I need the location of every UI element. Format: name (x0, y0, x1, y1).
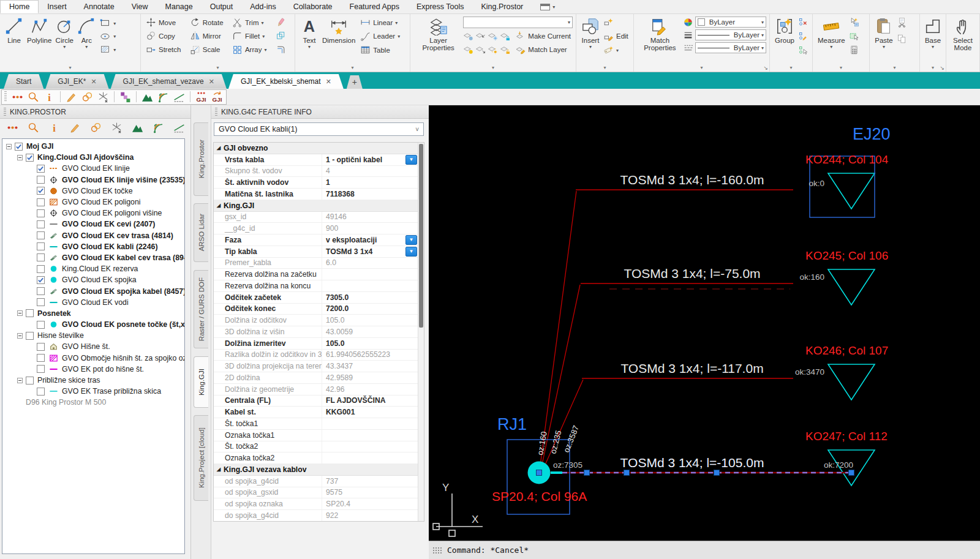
tree-item-pribli-ne-skice-tras[interactable]: Približne skice tras (2, 375, 184, 386)
tree-item-gvo-cloud-ek-spojka-kabel-8457[interactable]: GVO Cloud EK spojka kabel (8457) (2, 285, 184, 296)
side-tab-raster-gurs-dof[interactable]: Raster / GURS DOF (194, 270, 208, 348)
array-button[interactable]: Array▾ (230, 43, 273, 56)
gji-points-button[interactable]: GJI (195, 91, 208, 103)
tree-checkbox-unchecked[interactable] (37, 198, 45, 206)
survey-button[interactable] (97, 91, 110, 103)
property-row-razlika-dol-in-iz-od-itkov-in-3d[interactable]: Razlika dolžin iz odčitkov in 3D 61.9940… (214, 350, 418, 361)
property-group-king-gji[interactable]: ◢King.GJI (214, 200, 418, 212)
tree-checkbox-unchecked[interactable] (26, 377, 34, 385)
property-group-king-gji-vezava-kablov[interactable]: ◢King.GJI vezava kablov (214, 464, 418, 476)
property-row-faza[interactable]: Faza v eksploataciji ▼ (214, 234, 418, 246)
copyclip-button[interactable] (895, 33, 909, 45)
property-value[interactable]: v eksploataciji ▼ (322, 234, 418, 246)
property-row-od-itek-konec[interactable]: Odčitek konec 7200.0 (214, 304, 418, 315)
slope-button[interactable] (173, 121, 186, 134)
menu-tab-collaborate[interactable]: Collaborate (285, 0, 341, 13)
tree-item-gvo-ek-trase-pribli-na-skica[interactable]: GVO EK Trase približna skica (2, 386, 184, 397)
side-tab-king-prostor[interactable]: King.Prostor (194, 122, 208, 196)
tree-item-gvo-cloud-ek-to-ke[interactable]: GVO Cloud EK točke (2, 186, 184, 197)
menu-tab-annotate[interactable]: Annotate (75, 0, 123, 13)
menu-tab-insert[interactable]: Insert (39, 0, 75, 13)
pencil-button[interactable] (69, 121, 81, 134)
node-label-3[interactable]: KO247; Col 112 (805, 430, 888, 443)
tree-item-hisne-tevilke[interactable]: Hisne številke (2, 330, 184, 341)
property-value[interactable]: 1 - optični kabel ▼ (322, 154, 418, 165)
info-button[interactable]: i (43, 91, 56, 103)
property-row-tip-kabla[interactable]: Tip kabla TOSMd 3 1x4 ▼ (214, 246, 418, 258)
node-triangle-1[interactable] (828, 269, 875, 305)
cable-label-3[interactable]: TOSMd 3 1x4; l=-105.0m (620, 456, 764, 470)
arc-button[interactable]: Arc▾ (75, 16, 97, 50)
tree-expander[interactable] (6, 144, 12, 149)
fillet-button[interactable]: Fillet▾ (230, 29, 273, 42)
cube-button[interactable] (274, 29, 292, 42)
property-row-dol-ina-izmeritev[interactable]: Dolžina izmeritev 105.0 (214, 338, 418, 350)
measure-button[interactable]: Measure▾ (816, 16, 847, 50)
tree-item-gvo-ek-pot-do-hi-ne-t[interactable]: GVO EK pot do hišne št. (2, 364, 184, 375)
tree-item-gvo-cloud-ek-linije[interactable]: GVO Cloud EK linije (2, 163, 184, 174)
trim-button[interactable]: Trim▾ (230, 16, 273, 29)
tree-item-gvo-cloud-ek-posnete-to-ke-t-x-y[interactable]: GVO Cloud EK posnete točke (št,x,y (2, 319, 184, 330)
property-group-gji-obvezno[interactable]: ◢GJI obvezno (214, 143, 418, 154)
tree-item-gvo-cloud-ek-vodi[interactable]: GVO Cloud EK vodi (2, 297, 184, 308)
property-row-vrsta-kabla[interactable]: Vrsta kabla 1 - optični kabel ▼ (214, 154, 418, 166)
tree-checkbox-unchecked[interactable] (37, 354, 45, 362)
property-row-dol-ina-iz-od-itkov[interactable]: Dolžina iz odčitkov 105.0 (214, 315, 418, 326)
layer-freeze-button[interactable] (488, 31, 498, 41)
linear-button[interactable]: Linear▾ (358, 17, 402, 28)
signal-button[interactable] (157, 91, 170, 103)
tree-checkbox-unchecked[interactable] (37, 287, 45, 295)
mirror-button[interactable]: Mirror (188, 29, 229, 42)
ribbon-toggle-button[interactable]: ▾ (537, 0, 559, 13)
base-button[interactable]: Base▾ (922, 16, 944, 50)
toolbar-grip-icon[interactable] (4, 91, 7, 102)
quickcalc-button[interactable] (847, 44, 861, 56)
circle-button[interactable]: Circle▾ (53, 16, 75, 50)
tree-checkbox-unchecked[interactable] (37, 242, 45, 250)
hatch-button[interactable]: ▾ (97, 43, 118, 56)
node-triangle-2[interactable] (828, 364, 875, 400)
tree-item-gvo-obmo-je-hi-nih-t-za-spojko-oz[interactable]: GVO Območje hišnih št. za spojko oz. (2, 353, 184, 364)
tree-checkbox-checked[interactable] (37, 276, 45, 284)
menu-tab-express-tools[interactable]: Express Tools (408, 0, 473, 13)
survey-button[interactable] (110, 121, 123, 134)
property-row-od-itek-za-etek[interactable]: Odčitek začetek 7305.0 (214, 292, 418, 304)
groupedit-button[interactable] (796, 31, 810, 42)
property-row-t-to-ka2[interactable]: Št. točka2 (214, 441, 418, 453)
panel-expand-button[interactable]: ▾ (634, 64, 769, 72)
tree-checkbox-unchecked[interactable] (26, 332, 34, 340)
panel-expand-button[interactable]: ▾ (410, 64, 576, 72)
property-value[interactable]: TOSMd 3 1x4 ▼ (322, 246, 418, 257)
panel-expand-button[interactable]: ▾ (813, 64, 869, 72)
tree-checkbox-unchecked[interactable] (26, 309, 34, 317)
attach-button[interactable] (89, 121, 102, 134)
cable-label-0[interactable]: TOSMd 3 1x4; l=-160.0m (620, 173, 764, 187)
layer-isolate-button[interactable] (475, 31, 486, 41)
rotate-button[interactable]: Rotate (188, 16, 229, 29)
panel-expand-button[interactable]: ▾ (770, 64, 812, 72)
layer-filter-combobox[interactable]: ▾ (463, 17, 573, 28)
property-row-t-aktivnih-vodov[interactable]: Št. aktivnih vodov 1 (214, 177, 418, 189)
menu-tab-manage[interactable]: Manage (157, 0, 202, 13)
side-tab-king-gji[interactable]: King.GJI (194, 356, 208, 408)
tree-checkbox-unchecked[interactable] (37, 209, 45, 217)
layer-properties-button[interactable]: Layer Properties (413, 16, 463, 53)
tree-checkbox-unchecked[interactable] (37, 343, 45, 351)
feature-selector-combobox[interactable]: GVO Cloud EK kabli(1) ˅ (214, 122, 424, 136)
property-row-3d-dol-ina-projekcija-na-teren[interactable]: 3D dolžina projekcija na teren 43.3437 (214, 361, 418, 372)
tree-expander[interactable] (17, 378, 23, 383)
property-grid-scrollbar[interactable] (418, 143, 424, 521)
tree-checkbox-unchecked[interactable] (37, 388, 45, 396)
panel-expand-button[interactable]: ▾ (870, 64, 919, 72)
menu-tab-featured-apps[interactable]: Featured Apps (341, 0, 408, 13)
pencil-button[interactable] (65, 91, 78, 103)
menu-tab-view[interactable]: View (123, 0, 157, 13)
offset-button[interactable] (274, 43, 292, 56)
tree-item-king-cloud-ek-rezerva[interactable]: King.Cloud EK rezerva (2, 263, 184, 274)
copy-button[interactable]: Copy (144, 29, 187, 42)
attach-button[interactable] (81, 91, 94, 103)
menu-tab-home[interactable]: Home (0, 0, 39, 13)
tree-item-gvo-cloud-ek-kabel-cev-trasa-8945[interactable]: GVO Cloud EK kabel cev trasa (8945) (2, 252, 184, 263)
property-row-3d-dol-ina-iz-vi-in[interactable]: 3D dolžina iz višin 43.0059 (214, 326, 418, 338)
gji-trace-button[interactable]: GJI (211, 91, 224, 103)
